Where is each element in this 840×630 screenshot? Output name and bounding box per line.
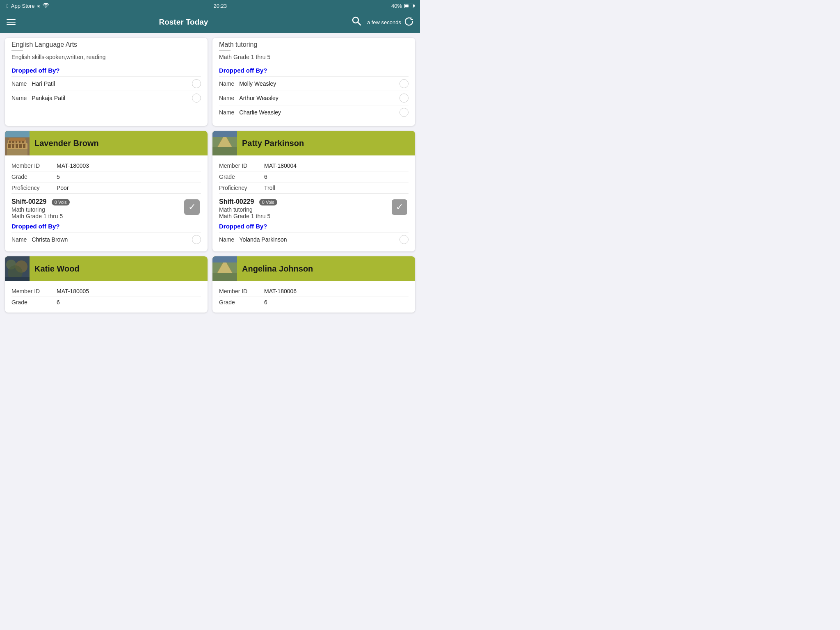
student-image-katie <box>5 256 30 281</box>
name-row: Name Molly Weasley <box>219 76 409 91</box>
member-id-row: Member ID MAT-180003 <box>11 160 201 171</box>
student-name-angelina: Angelina Johnson <box>237 264 318 274</box>
shift-subject: Math tutoring <box>219 206 390 213</box>
battery-percent: 40% <box>391 3 402 9</box>
partial-card-left: English Language Arts English skills-spo… <box>5 38 208 126</box>
grade-row: Grade 6 <box>11 297 201 308</box>
student-name-patty: Patty Parkinson <box>237 139 309 148</box>
shift-section-patty: Shift-00229 0 Vols Math tutoring Math Gr… <box>219 194 409 247</box>
svg-rect-10 <box>23 144 25 148</box>
svg-rect-15 <box>22 141 24 143</box>
shift-subject: Math tutoring <box>11 206 183 213</box>
member-id-row: Member ID MAT-180004 <box>219 160 409 171</box>
student-card-katie-wood: Katie Wood Member ID MAT-180005 Grade 6 <box>5 256 208 313</box>
hamburger-menu-button[interactable] <box>7 19 16 25</box>
name-row-lavender: Name Christa Brown <box>11 232 201 247</box>
svg-rect-21 <box>212 147 237 155</box>
card-header-lavender: Lavender Brown <box>5 131 208 155</box>
card-header-katie: Katie Wood <box>5 256 208 281</box>
partial-right-subject: Math tutoring <box>219 41 409 48</box>
svg-rect-7 <box>12 144 14 148</box>
shift-id: Shift-00229 0 Vols <box>11 198 183 205</box>
svg-rect-12 <box>12 141 14 143</box>
refresh-time-label: a few seconds <box>367 19 401 25</box>
checked-icon: ✓ <box>392 199 407 215</box>
wifi-icon-svg <box>43 3 49 8</box>
refresh-button[interactable] <box>404 17 413 28</box>
dropped-by-label-partial-right: Dropped off By? <box>219 67 409 74</box>
shift-id: Shift-00229 0 Vols <box>219 198 390 205</box>
svg-rect-17 <box>7 149 27 155</box>
dropped-by-label-patty: Dropped off By? <box>219 223 409 230</box>
status-time: 20:23 <box>214 3 227 9</box>
search-button[interactable] <box>352 16 361 28</box>
apple-icon:  <box>7 3 9 9</box>
dropped-by-label-partial-left: Dropped off By? <box>11 67 201 74</box>
student-image-patty <box>212 131 237 155</box>
partial-left-subject: English Language Arts <box>11 41 201 48</box>
student-card-lavender-brown: Lavender Brown Member ID MAT-180003 Grad… <box>5 131 208 251</box>
partial-separator <box>11 50 23 51</box>
radio-hari-patil[interactable] <box>192 79 201 88</box>
grade-row: Grade 6 <box>219 297 409 308</box>
svg-rect-27 <box>5 277 30 281</box>
student-card-patty-parkinson: Patty Parkinson Member ID MAT-180004 Gra… <box>212 131 415 251</box>
student-image-angelina <box>212 256 237 281</box>
svg-rect-22 <box>212 131 237 137</box>
app-store-label: App Store <box>11 3 35 9</box>
radio-christa-brown[interactable] <box>192 235 201 244</box>
student-name-katie: Katie Wood <box>30 264 84 274</box>
shift-grade: Math Grade 1 thru 5 <box>219 213 390 219</box>
shift-row: Shift-00229 0 Vols Math tutoring Math Gr… <box>219 198 409 219</box>
svg-rect-11 <box>9 141 11 143</box>
vols-badge: 0 Vols <box>52 199 70 205</box>
svg-rect-31 <box>212 273 237 281</box>
svg-rect-14 <box>19 141 21 143</box>
shift-checkbox-lavender[interactable]: ✓ <box>183 198 201 216</box>
dropped-by-label-lavender: Dropped off By? <box>11 223 201 230</box>
radio-arthur-weasley[interactable] <box>399 94 409 103</box>
wifi-icon: 𝛋︎ <box>37 3 40 9</box>
nav-right: a few seconds <box>352 16 413 28</box>
partial-left-desc: English skills-spoken,written, reading <box>11 54 201 60</box>
radio-yolanda-parkinson[interactable] <box>399 235 409 244</box>
main-content: English Language Arts English skills-spo… <box>0 33 420 317</box>
card-body-lavender: Member ID MAT-180003 Grade 5 Proficiency… <box>5 155 208 251</box>
card-body-angelina: Member ID MAT-180006 Grade 6 <box>212 281 415 313</box>
svg-rect-8 <box>16 144 18 148</box>
radio-charlie-weasley[interactable] <box>399 108 409 117</box>
grade-row: Grade 6 <box>219 171 409 183</box>
nav-title: Roster Today <box>159 18 208 27</box>
checked-icon: ✓ <box>184 199 200 215</box>
svg-rect-13 <box>16 141 17 143</box>
partial-card-right: Math tutoring Math Grade 1 thru 5 Droppe… <box>212 38 415 126</box>
name-row: Name Hari Patil <box>11 76 201 91</box>
status-bar:  App Store 𝛋︎ 20:23 40% <box>0 0 420 11</box>
vols-badge: 0 Vols <box>259 199 277 205</box>
shift-checkbox-patty[interactable]: ✓ <box>390 198 409 216</box>
svg-rect-16 <box>5 131 30 137</box>
name-row: Name Arthur Weasley <box>219 91 409 105</box>
proficiency-row: Proficiency Troll <box>219 183 409 194</box>
member-id-row: Member ID MAT-180006 <box>219 286 409 297</box>
name-row: Name Charlie Weasley <box>219 105 409 119</box>
card-body-katie: Member ID MAT-180005 Grade 6 <box>5 281 208 313</box>
svg-rect-32 <box>212 256 237 262</box>
radio-pankaja-patil[interactable] <box>192 94 201 103</box>
shift-section-lavender: Shift-00229 0 Vols Math tutoring Math Gr… <box>11 194 201 247</box>
member-id-row: Member ID MAT-180005 <box>11 286 201 297</box>
status-left:  App Store 𝛋︎ <box>7 3 49 9</box>
shift-info: Shift-00229 0 Vols Math tutoring Math Gr… <box>11 198 183 219</box>
partial-right-desc: Math Grade 1 thru 5 <box>219 54 409 60</box>
radio-molly-weasley[interactable] <box>399 79 409 88</box>
shift-info: Shift-00229 0 Vols Math tutoring Math Gr… <box>219 198 390 219</box>
card-header-angelina: Angelina Johnson <box>212 256 415 281</box>
partial-separator <box>219 50 231 51</box>
status-right: 40% <box>391 3 413 9</box>
card-header-patty: Patty Parkinson <box>212 131 415 155</box>
name-row-patty: Name Yolanda Parkinson <box>219 232 409 247</box>
grade-row: Grade 5 <box>11 171 201 183</box>
proficiency-row: Proficiency Poor <box>11 183 201 194</box>
shift-row: Shift-00229 0 Vols Math tutoring Math Gr… <box>11 198 201 219</box>
name-row: Name Pankaja Patil <box>11 91 201 105</box>
